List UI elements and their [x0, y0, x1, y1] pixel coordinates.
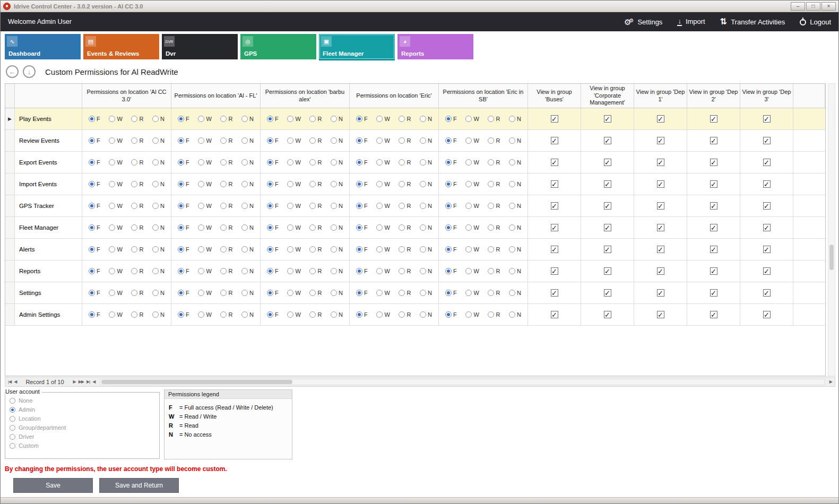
vertical-scrollbar-thumb[interactable] — [829, 245, 834, 270]
permission-radio-f[interactable]: F — [89, 137, 100, 144]
permission-radio-n[interactable]: N — [241, 203, 254, 209]
permission-radio-w[interactable]: W — [198, 137, 211, 144]
permission-radio-r[interactable]: R — [488, 116, 500, 122]
permission-radio-n[interactable]: N — [152, 246, 165, 253]
permission-radio-r[interactable]: R — [488, 137, 500, 144]
group-checkbox[interactable]: ✓ — [710, 246, 717, 253]
account-type-group-department[interactable]: Group/department — [10, 424, 155, 431]
permission-radio-r[interactable]: R — [131, 137, 143, 144]
permission-radio-n[interactable]: N — [152, 159, 165, 166]
group-checkbox[interactable]: ✓ — [763, 137, 771, 144]
group-checkbox[interactable]: ✓ — [551, 289, 558, 297]
permission-radio-r[interactable]: R — [220, 290, 232, 296]
permission-radio-w[interactable]: W — [465, 203, 479, 209]
permission-radio-w[interactable]: W — [287, 116, 300, 122]
permission-radio-w[interactable]: W — [465, 116, 479, 122]
permission-radio-r[interactable]: R — [488, 203, 500, 209]
permission-radio-r[interactable]: R — [309, 137, 322, 144]
permission-radio-w[interactable]: W — [287, 268, 300, 274]
permission-radio-n[interactable]: N — [420, 181, 432, 187]
group-checkbox[interactable]: ✓ — [604, 311, 611, 318]
permission-radio-f[interactable]: F — [178, 224, 189, 231]
permission-radio-f[interactable]: F — [267, 311, 279, 318]
permission-radio-n[interactable]: N — [331, 268, 343, 274]
permission-radio-w[interactable]: W — [109, 268, 122, 274]
permission-radio-w[interactable]: W — [287, 246, 300, 253]
permission-radio-w[interactable]: W — [198, 268, 211, 274]
group-checkbox[interactable]: ✓ — [763, 159, 771, 166]
permission-radio-n[interactable]: N — [152, 203, 165, 209]
permission-radio-f[interactable]: F — [445, 116, 457, 122]
permission-radio-r[interactable]: R — [131, 224, 143, 231]
permission-radio-f[interactable]: F — [89, 116, 100, 122]
permission-radio-n[interactable]: N — [509, 116, 521, 122]
column-header[interactable]: Permissions on location 'Al CC 3.0' — [82, 84, 171, 108]
permission-radio-n[interactable]: N — [241, 311, 254, 318]
permission-radio-w[interactable]: W — [198, 290, 211, 296]
group-checkbox[interactable]: ✓ — [710, 137, 717, 144]
permission-radio-f[interactable]: F — [445, 224, 457, 231]
permission-radio-f[interactable]: F — [445, 159, 457, 166]
permission-radio-w[interactable]: W — [376, 137, 390, 144]
permission-radio-w[interactable]: W — [287, 203, 300, 209]
permission-radio-n[interactable]: N — [331, 246, 343, 253]
permission-radio-f[interactable]: F — [356, 290, 368, 296]
permission-radio-f[interactable]: F — [178, 137, 189, 144]
column-header[interactable]: View in group 'Dep 3' — [740, 84, 793, 108]
group-checkbox[interactable]: ✓ — [551, 224, 558, 231]
permission-radio-r[interactable]: R — [131, 311, 143, 318]
permission-radio-n[interactable]: N — [509, 137, 521, 144]
permission-radio-w[interactable]: W — [376, 311, 390, 318]
permission-radio-n[interactable]: N — [331, 137, 343, 144]
permission-radio-f[interactable]: F — [356, 268, 368, 274]
permission-radio-n[interactable]: N — [241, 290, 254, 296]
permission-radio-w[interactable]: W — [198, 311, 211, 318]
group-checkbox[interactable]: ✓ — [710, 289, 717, 297]
permission-radio-n[interactable]: N — [241, 181, 254, 187]
permission-radio-w[interactable]: W — [465, 181, 479, 187]
permission-radio-r[interactable]: R — [220, 268, 232, 274]
group-checkbox[interactable]: ✓ — [710, 311, 717, 318]
permission-radio-w[interactable]: W — [109, 116, 122, 122]
group-checkbox[interactable]: ✓ — [763, 224, 771, 231]
group-checkbox[interactable]: ✓ — [551, 137, 558, 144]
permission-radio-n[interactable]: N — [509, 159, 521, 166]
permission-radio-n[interactable]: N — [152, 224, 165, 231]
hscroll-right-button[interactable]: ▶ — [829, 379, 832, 384]
group-checkbox[interactable]: ✓ — [604, 202, 611, 210]
permission-radio-n[interactable]: N — [509, 311, 521, 318]
permission-radio-r[interactable]: R — [309, 116, 322, 122]
permission-radio-f[interactable]: F — [356, 224, 368, 231]
permission-radio-f[interactable]: F — [356, 203, 368, 209]
permission-radio-f[interactable]: F — [356, 137, 368, 144]
permission-radio-n[interactable]: N — [509, 203, 521, 209]
group-checkbox[interactable]: ✓ — [763, 246, 771, 253]
permission-radio-r[interactable]: R — [399, 116, 411, 122]
permission-radio-n[interactable]: N — [152, 137, 165, 144]
group-checkbox[interactable]: ✓ — [551, 159, 558, 166]
permission-radio-r[interactable]: R — [488, 246, 500, 253]
permission-radio-f[interactable]: F — [178, 159, 189, 166]
permission-radio-r[interactable]: R — [309, 268, 322, 274]
horizontal-scrollbar-thumb[interactable] — [101, 380, 292, 384]
permission-radio-f[interactable]: F — [267, 116, 279, 122]
column-header[interactable]: Permissions on location 'Eric' — [350, 84, 439, 108]
permission-radio-w[interactable]: W — [465, 246, 479, 253]
group-checkbox[interactable]: ✓ — [551, 180, 558, 188]
permission-radio-r[interactable]: R — [131, 116, 143, 122]
permission-radio-n[interactable]: N — [152, 181, 165, 187]
permission-radio-f[interactable]: F — [178, 181, 189, 187]
permission-radio-w[interactable]: W — [287, 290, 300, 296]
permission-radio-w[interactable]: W — [109, 203, 122, 209]
fast-forward-button[interactable]: ▶▶ — [79, 379, 84, 384]
permission-radio-w[interactable]: W — [198, 203, 211, 209]
permission-radio-n[interactable]: N — [331, 116, 343, 122]
permission-radio-f[interactable]: F — [89, 203, 100, 209]
permission-radio-w[interactable]: W — [465, 159, 479, 166]
group-checkbox[interactable]: ✓ — [551, 202, 558, 210]
permission-radio-r[interactable]: R — [309, 181, 322, 187]
group-checkbox[interactable]: ✓ — [657, 115, 664, 123]
permission-radio-r[interactable]: R — [309, 203, 322, 209]
permission-radio-f[interactable]: F — [267, 246, 279, 253]
permission-radio-f[interactable]: F — [445, 268, 457, 274]
